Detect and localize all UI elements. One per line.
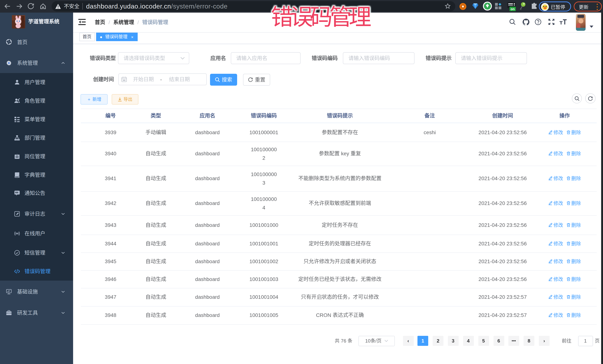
svg-text:on: on [510, 7, 515, 11]
